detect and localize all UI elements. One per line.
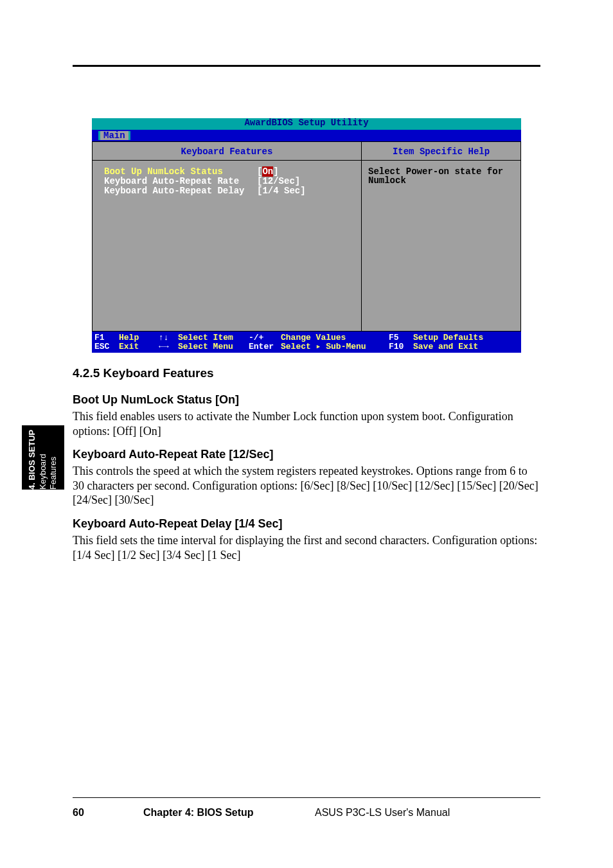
bios-help-text: Select Power-on state for Numlock xyxy=(362,161,520,191)
key-updown: ↑↓ xyxy=(159,333,178,342)
key-f10: F10 xyxy=(389,342,413,351)
bios-screenshot: AwardBIOS Setup Utility Main Keyboard Fe… xyxy=(92,118,521,353)
bios-menu-tab-main[interactable]: Main xyxy=(98,131,130,140)
cmd-select-item: Select Item xyxy=(178,333,249,342)
bios-row-label: Keyboard Auto-Repeat Rate xyxy=(104,177,257,186)
bios-row-label: Boot Up NumLock Status xyxy=(104,167,257,176)
cmd-change-values: Change Values xyxy=(281,333,389,342)
bios-row-repeat-rate[interactable]: Keyboard Auto-Repeat Rate [12/Sec] xyxy=(104,177,361,186)
bios-footer: F1 Help ↑↓ Select Item -/+ Change Values… xyxy=(92,332,521,353)
key-leftright: ←→ xyxy=(159,342,178,351)
cmd-help: Help xyxy=(119,333,159,342)
sidebar-line2: Keyboard Features xyxy=(38,425,60,490)
bios-left-panel: Keyboard Features Boot Up NumLock Status… xyxy=(92,141,362,332)
subhead-numlock: Boot Up NumLock Status [On] xyxy=(73,393,239,407)
bios-row-value: [12/Sec] xyxy=(257,177,300,186)
subhead-repeat-delay: Keyboard Auto-Repeat Delay [1/4 Sec] xyxy=(73,517,282,531)
bios-row-repeat-delay[interactable]: Keyboard Auto-Repeat Delay [1/4 Sec] xyxy=(104,186,361,195)
sidebar-tab: 4. BIOS SETUP Keyboard Features xyxy=(22,425,64,490)
bios-menu-bar: Main xyxy=(92,130,521,141)
bios-row-value: [On] xyxy=(257,167,279,176)
bios-left-rows: Boot Up NumLock Status [On] Keyboard Aut… xyxy=(93,161,361,196)
key-esc: ESC xyxy=(94,342,119,351)
key-f5: F5 xyxy=(389,333,413,342)
sidebar-line1: 4. BIOS SETUP xyxy=(27,425,38,490)
bottom-rule xyxy=(73,797,540,798)
bios-left-heading: Keyboard Features xyxy=(93,142,361,161)
section-title: 4.2.5 Keyboard Features xyxy=(73,366,214,380)
cmd-select-menu: Select Menu xyxy=(178,342,249,351)
bios-row-numlock[interactable]: Boot Up NumLock Status [On] xyxy=(104,167,361,176)
bios-footer-row-2: ESC Exit ←→ Select Menu Enter Select ▸ S… xyxy=(94,342,519,351)
subhead-repeat-rate: Keyboard Auto-Repeat Rate [12/Sec] xyxy=(73,448,273,461)
bios-right-heading: Item Specific Help xyxy=(362,142,520,161)
bios-right-panel: Item Specific Help Select Power-on state… xyxy=(362,141,521,332)
chapter-label: Chapter 4: BIOS Setup xyxy=(143,807,254,819)
bios-title: AwardBIOS Setup Utility xyxy=(92,118,521,130)
page-number: 60 xyxy=(73,807,84,819)
cmd-save-exit: Save and Exit xyxy=(413,342,478,351)
key-minus-plus: -/+ xyxy=(249,333,281,342)
key-enter: Enter xyxy=(249,342,281,351)
top-rule xyxy=(73,65,540,67)
para-repeat-delay: This field sets the time interval for di… xyxy=(73,533,540,562)
para-repeat-rate: This controls the speed at which the sys… xyxy=(73,464,540,508)
bios-row-value: [1/4 Sec] xyxy=(257,186,306,195)
bios-footer-row-1: F1 Help ↑↓ Select Item -/+ Change Values… xyxy=(94,333,519,342)
key-f1: F1 xyxy=(94,333,119,342)
manual-title: ASUS P3C-LS User's Manual xyxy=(315,807,450,819)
cmd-exit: Exit xyxy=(119,342,159,351)
para-numlock: This field enables users to activate the… xyxy=(73,409,540,438)
bios-body: Keyboard Features Boot Up NumLock Status… xyxy=(92,141,521,332)
cmd-setup-defaults: Setup Defaults xyxy=(413,333,483,342)
cmd-select-submenu: Select ▸ Sub-Menu xyxy=(281,342,389,351)
bios-row-label: Keyboard Auto-Repeat Delay xyxy=(104,186,257,195)
